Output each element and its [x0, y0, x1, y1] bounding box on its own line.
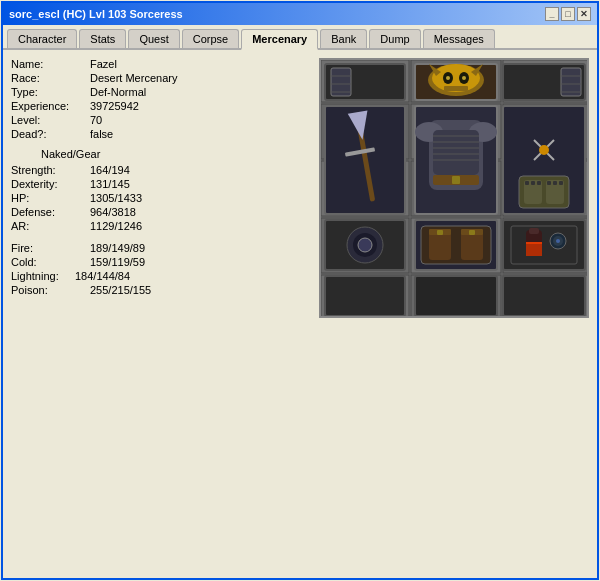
type-value: Def-Normal: [90, 86, 146, 98]
svg-point-64: [358, 238, 372, 252]
hp-value: 1305/1433: [90, 192, 142, 204]
ar-row: AR: 1129/1246: [11, 220, 311, 232]
svg-rect-72: [511, 226, 577, 264]
svg-rect-70: [437, 230, 443, 235]
title-bar-buttons: _ □ ✕: [545, 7, 591, 21]
exp-row: Experience: 39725942: [11, 100, 311, 112]
svg-point-33: [462, 76, 466, 80]
dexterity-value: 131/145: [90, 178, 130, 190]
svg-rect-47: [452, 176, 460, 184]
race-row: Race: Desert Mercenary: [11, 72, 311, 84]
svg-rect-74: [529, 228, 539, 234]
name-value: Fazel: [90, 58, 117, 70]
race-value: Desert Mercenary: [90, 72, 177, 84]
tab-mercenary[interactable]: Mercenary: [241, 29, 318, 50]
dead-row: Dead?: false: [11, 128, 311, 140]
tab-dump[interactable]: Dump: [369, 29, 420, 48]
svg-rect-76: [526, 242, 542, 244]
race-label: Race:: [11, 72, 86, 84]
tab-bar: Character Stats Quest Corpse Mercenary B…: [3, 25, 597, 50]
strength-value: 164/194: [90, 164, 130, 176]
cold-row: Cold: 159/119/59: [11, 256, 311, 268]
ar-label: AR:: [11, 220, 86, 232]
minimize-button[interactable]: _: [545, 7, 559, 21]
window-title: sorc_escl (HC) Lvl 103 Sorceress: [9, 8, 183, 20]
svg-rect-40: [433, 130, 479, 175]
tab-stats[interactable]: Stats: [79, 29, 126, 48]
ar-value: 1129/1246: [90, 220, 142, 232]
exp-value: 39725942: [90, 100, 139, 112]
cold-label: Cold:: [11, 256, 86, 268]
svg-rect-75: [526, 242, 542, 256]
lightning-label: Lightning:: [11, 270, 71, 282]
exp-label: Experience:: [11, 100, 86, 112]
cold-value: 159/119/59: [90, 256, 145, 268]
lightning-row: Lightning: 184/144/84: [11, 270, 311, 282]
defense-label: Defense:: [11, 206, 86, 218]
name-label: Name:: [11, 58, 86, 70]
type-label: Type:: [11, 86, 86, 98]
poison-label: Poison:: [11, 284, 86, 296]
level-row: Level: 70: [11, 114, 311, 126]
type-row: Type: Def-Normal: [11, 86, 311, 98]
maximize-button[interactable]: □: [561, 7, 575, 21]
dead-label: Dead?:: [11, 128, 86, 140]
svg-rect-59: [547, 181, 551, 185]
svg-rect-57: [531, 181, 535, 185]
hp-label: HP:: [11, 192, 86, 204]
strength-row: Strength: 164/194: [11, 164, 311, 176]
svg-rect-88: [325, 276, 405, 316]
svg-point-79: [556, 239, 560, 243]
hp-row: HP: 1305/1433: [11, 192, 311, 204]
svg-rect-61: [559, 181, 563, 185]
fire-value: 189/149/89: [90, 242, 145, 254]
main-window: sorc_escl (HC) Lvl 103 Sorceress _ □ ✕ C…: [1, 1, 599, 580]
close-button[interactable]: ✕: [577, 7, 591, 21]
defense-row: Defense: 964/3818: [11, 206, 311, 218]
gear-header: Naked/Gear: [11, 148, 311, 160]
tab-quest[interactable]: Quest: [128, 29, 179, 48]
svg-rect-56: [525, 181, 529, 185]
svg-point-32: [446, 76, 450, 80]
lightning-value: 184/144/84: [75, 270, 130, 282]
poison-value: 255/215/155: [90, 284, 151, 296]
content-area: Name: Fazel Race: Desert Mercenary Type:…: [3, 50, 597, 573]
info-panel: Name: Fazel Race: Desert Mercenary Type:…: [11, 58, 311, 565]
fire-label: Fire:: [11, 242, 86, 254]
svg-point-52: [539, 145, 549, 155]
dead-value: false: [90, 128, 113, 140]
svg-rect-60: [553, 181, 557, 185]
tab-corpse[interactable]: Corpse: [182, 29, 239, 48]
svg-rect-89: [415, 276, 497, 316]
defense-value: 964/3818: [90, 206, 136, 218]
svg-rect-58: [537, 181, 541, 185]
gear-panel: [319, 58, 589, 318]
dexterity-label: Dexterity:: [11, 178, 86, 190]
svg-rect-90: [503, 276, 585, 316]
strength-label: Strength:: [11, 164, 86, 176]
fire-row: Fire: 189/149/89: [11, 242, 311, 254]
poison-row: Poison: 255/215/155: [11, 284, 311, 296]
svg-rect-71: [469, 230, 475, 235]
dexterity-row: Dexterity: 131/145: [11, 178, 311, 190]
level-value: 70: [90, 114, 102, 126]
title-bar: sorc_escl (HC) Lvl 103 Sorceress _ □ ✕: [3, 3, 597, 25]
tab-messages[interactable]: Messages: [423, 29, 495, 48]
tab-character[interactable]: Character: [7, 29, 77, 48]
resist-section: Fire: 189/149/89 Cold: 159/119/59 Lightn…: [11, 242, 311, 296]
level-label: Level:: [11, 114, 86, 126]
name-row: Name: Fazel: [11, 58, 311, 70]
tab-bank[interactable]: Bank: [320, 29, 367, 48]
gear-svg: [321, 60, 589, 318]
svg-rect-31: [444, 86, 468, 91]
